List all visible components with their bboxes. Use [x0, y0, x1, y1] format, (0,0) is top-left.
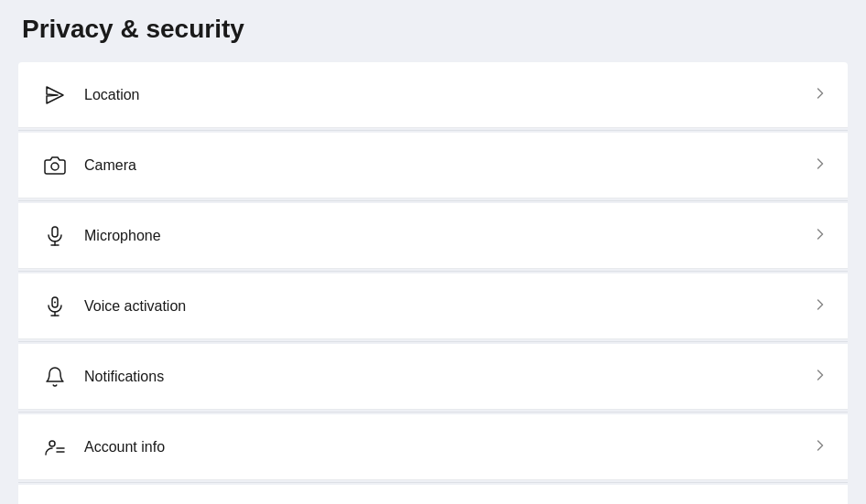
microphone-item[interactable]: Microphone [18, 203, 848, 269]
divider [18, 271, 848, 272]
svg-rect-2 [52, 227, 58, 237]
notifications-item[interactable]: Notifications [18, 344, 848, 410]
account-info-chevron-icon [811, 436, 829, 457]
divider [18, 482, 848, 483]
divider [18, 200, 848, 201]
svg-point-8 [54, 301, 56, 303]
voice-activation-chevron-icon [811, 295, 829, 316]
account-info-icon [37, 429, 73, 466]
location-chevron-icon [811, 84, 829, 105]
camera-label: Camera [84, 157, 811, 174]
microphone-label: Microphone [84, 228, 811, 244]
location-icon [37, 77, 73, 113]
contacts-item[interactable]: Contacts [18, 485, 848, 504]
svg-point-9 [49, 441, 55, 446]
location-item[interactable]: Location [18, 62, 848, 128]
voice-activation-icon [37, 288, 73, 325]
divider [18, 341, 848, 342]
settings-list: Location Camera Microphone [18, 62, 848, 504]
svg-point-1 [51, 163, 59, 170]
notifications-chevron-icon [811, 366, 829, 387]
camera-item[interactable]: Camera [18, 133, 848, 198]
divider [18, 412, 848, 413]
voice-activation-item[interactable]: Voice activation [18, 273, 848, 339]
notifications-icon [37, 359, 73, 395]
camera-icon [37, 147, 73, 184]
account-info-item[interactable]: Account info [18, 414, 848, 480]
microphone-icon [37, 218, 73, 254]
camera-chevron-icon [811, 155, 829, 176]
voice-activation-label: Voice activation [84, 298, 811, 315]
page-title: Privacy & security [18, 15, 848, 44]
contacts-icon [37, 499, 73, 504]
microphone-chevron-icon [811, 225, 829, 246]
divider [18, 130, 848, 131]
notifications-label: Notifications [84, 369, 811, 385]
account-info-label: Account info [84, 439, 811, 456]
location-label: Location [84, 87, 811, 103]
svg-marker-0 [47, 87, 63, 103]
